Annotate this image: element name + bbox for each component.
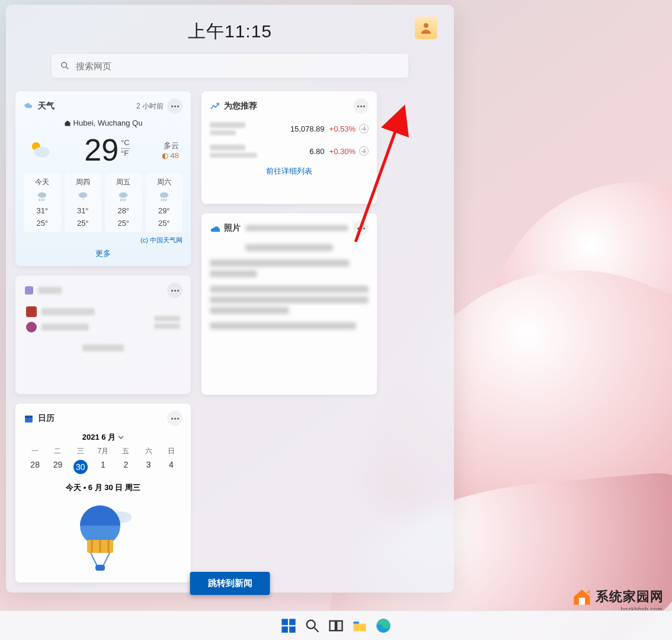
sports-icon xyxy=(24,286,34,296)
stocks-card[interactable]: 为您推荐 15,078.89 +0.53% 6.80 +0.30% 前往详细列表 xyxy=(201,91,377,204)
watermark: 系统家园网 hnzkhbsb.com xyxy=(572,587,664,607)
calendar-icon xyxy=(24,414,34,424)
svg-point-15 xyxy=(159,193,168,198)
svg-rect-36 xyxy=(330,620,335,630)
clock: 上午11:15 xyxy=(188,20,272,44)
calendar-more-button[interactable] xyxy=(167,411,183,426)
search-input[interactable] xyxy=(76,61,400,71)
taskbar xyxy=(0,610,672,640)
days-row[interactable]: 2829301234 xyxy=(24,460,183,474)
forecast-day[interactable]: 周四31°25° xyxy=(65,174,102,232)
svg-point-6 xyxy=(38,193,47,198)
svg-rect-37 xyxy=(337,620,342,630)
avatar[interactable] xyxy=(415,17,437,39)
svg-line-7 xyxy=(40,199,40,201)
chevron-down-icon xyxy=(118,434,124,440)
task-view-button[interactable] xyxy=(328,617,344,634)
forecast-day[interactable]: 周六29°25° xyxy=(146,174,183,232)
sports-card[interactable] xyxy=(15,276,191,394)
svg-line-35 xyxy=(315,628,319,632)
news-button[interactable]: 跳转到新闻 xyxy=(190,572,270,595)
svg-rect-33 xyxy=(289,626,296,633)
weather-aqi: ◐ 48 xyxy=(162,151,179,160)
stocks-detail-link[interactable]: 前往详细列表 xyxy=(210,166,369,177)
svg-line-9 xyxy=(44,199,44,201)
weather-more-link[interactable]: 更多 xyxy=(24,248,183,259)
search-icon xyxy=(60,60,70,71)
weather-icon xyxy=(24,101,34,111)
svg-line-14 xyxy=(125,199,126,201)
weather-more-button[interactable] xyxy=(167,98,183,114)
search-bar[interactable] xyxy=(51,53,409,78)
svg-line-18 xyxy=(166,199,167,201)
photos-card[interactable]: 照片 xyxy=(201,213,377,395)
weather-location: Hubei, Wuchang Qu xyxy=(24,119,183,127)
svg-line-8 xyxy=(41,199,42,201)
svg-point-1 xyxy=(62,62,67,68)
photos-icon xyxy=(210,223,220,233)
edge-button[interactable] xyxy=(375,617,392,634)
stock-row[interactable]: 15,078.89 +0.53% xyxy=(210,121,369,136)
weather-condition: 多云 xyxy=(162,140,179,151)
stocks-icon xyxy=(210,101,220,111)
month-picker[interactable]: 2021 6 月 xyxy=(24,432,183,443)
svg-line-13 xyxy=(123,199,123,201)
svg-line-17 xyxy=(164,199,164,201)
svg-rect-20 xyxy=(25,415,33,418)
svg-rect-31 xyxy=(289,619,296,625)
forecast-row: 今天31°25° 周四31°25° 周五28°25° 周六29°25° xyxy=(24,174,183,232)
svg-line-16 xyxy=(161,199,162,201)
calendar-title: 日历 xyxy=(38,413,55,424)
stocks-title: 为您推荐 xyxy=(224,101,257,111)
file-explorer-button[interactable] xyxy=(351,617,368,634)
svg-rect-30 xyxy=(281,619,288,625)
photos-title: 照片 xyxy=(224,223,241,233)
svg-point-10 xyxy=(78,193,87,198)
forecast-day[interactable]: 今天31°25° xyxy=(24,174,61,232)
start-button[interactable] xyxy=(280,617,297,634)
photos-more-button[interactable] xyxy=(353,220,369,236)
svg-rect-27 xyxy=(95,565,105,571)
add-stock-button[interactable] xyxy=(359,146,369,156)
widgets-panel: 上午11:15 天气 2 小时前 Hubei, Wuchang Qu xyxy=(6,5,454,593)
weather-card[interactable]: 天气 2 小时前 Hubei, Wuchang Qu 29 °C °F xyxy=(15,91,191,266)
add-stock-button[interactable] xyxy=(359,124,369,133)
svg-line-12 xyxy=(121,199,121,201)
calendar-card[interactable]: 日历 2021 6 月 一二三7月五六日 2829301234 今天 • 6 月… xyxy=(15,404,191,583)
taskbar-search-button[interactable] xyxy=(304,617,321,634)
stocks-more-button[interactable] xyxy=(353,98,369,114)
svg-rect-29 xyxy=(579,598,585,605)
today-label: 今天 • 6 月 30 日 周三 xyxy=(24,482,183,493)
stock-row[interactable]: 6.80 +0.30% xyxy=(210,143,369,159)
weather-credit[interactable]: (c) 中国天气网 xyxy=(24,236,183,245)
current-weather-icon xyxy=(27,137,52,162)
calendar-illustration xyxy=(24,498,183,575)
svg-point-0 xyxy=(424,23,428,28)
weather-title: 天气 xyxy=(38,101,55,111)
svg-point-5 xyxy=(34,147,49,158)
svg-rect-32 xyxy=(281,626,288,633)
forecast-day[interactable]: 周五28°25° xyxy=(105,174,142,232)
svg-point-34 xyxy=(307,620,315,628)
sports-more-button[interactable] xyxy=(167,283,183,298)
weather-updated: 2 小时前 xyxy=(136,101,164,111)
svg-rect-38 xyxy=(354,622,359,624)
svg-point-11 xyxy=(119,193,128,198)
svg-line-2 xyxy=(66,67,69,69)
weather-temperature: 29 °C °F xyxy=(84,132,129,168)
